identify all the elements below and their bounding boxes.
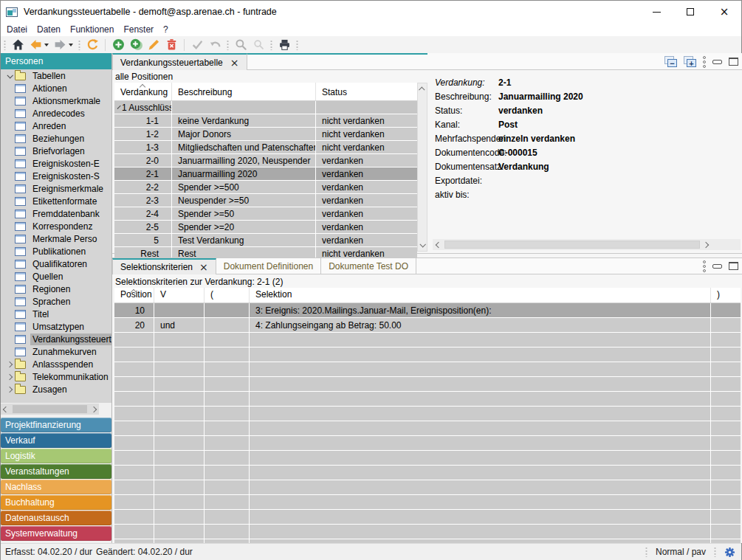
empty-row[interactable] [114,348,741,362]
empty-row[interactable] [114,362,741,376]
tree-item[interactable]: Verdankungssteuertabelle [1,333,111,345]
tree-item[interactable]: Telekommunikation [1,370,111,383]
tree-item[interactable]: Sprachen [1,295,111,308]
tree-item[interactable]: Anredecodes [1,107,111,120]
forward-dropdown-caret[interactable] [69,44,73,46]
module-button[interactable]: Buchhaltung [1,495,111,510]
criteria-row[interactable]: 20 und 4: Zahlungseingang ab Betrag: 50.… [114,318,741,332]
empty-row[interactable] [114,333,741,347]
module-button[interactable]: Projektfinanzierung [1,418,111,432]
scroll-right-icon[interactable] [703,241,709,247]
settings-gear-icon[interactable] [724,547,735,558]
column-header-selektion[interactable]: Selektion [250,288,711,303]
tab-close-icon[interactable]: × [230,58,239,68]
module-button[interactable]: Veranstaltungen [1,464,111,479]
delete-button[interactable] [164,38,179,52]
search-secondary-button[interactable] [251,38,266,52]
menu-item[interactable]: Datei [7,24,27,35]
tab[interactable]: Dokument Definitionen × [216,258,321,274]
table-row[interactable]: 5 Test Verdankung verdanken [114,234,417,246]
panel-maximize-button[interactable] [729,58,738,66]
back-button[interactable] [28,38,43,52]
panel-maximize-button[interactable] [729,262,738,270]
undo-button[interactable] [207,38,222,52]
home-button[interactable] [10,38,25,52]
empty-row[interactable] [114,421,741,435]
tree-item[interactable]: Merkmale Perso [1,232,111,245]
table-row[interactable]: 2-5 Spender >=20 verdanken [114,221,417,233]
tree-item[interactable]: Umsatztypen [1,320,111,333]
tree-item[interactable]: Beziehungen [1,132,111,145]
table-row[interactable]: 2-2 Spender >=500 verdanken [114,181,417,193]
menu-item[interactable]: Fenster [123,24,154,35]
search-button[interactable] [233,38,248,52]
column-header-close-paren[interactable]: ) [711,288,741,303]
empty-row[interactable] [114,451,741,465]
menu-item[interactable]: ? [163,24,168,35]
module-button[interactable]: Nachlass [1,480,111,494]
scroll-down-icon[interactable] [419,241,425,247]
column-header-beschreibung[interactable]: Beschreibung [172,83,316,100]
tree-item[interactable]: Titel [1,308,111,320]
module-button[interactable]: Logistik [1,449,111,463]
scrollbar-thumb[interactable] [13,405,87,413]
empty-row[interactable] [114,480,741,494]
tree-item[interactable]: Etikettenformate [1,195,111,207]
tree-horizontal-scrollbar[interactable] [1,404,99,415]
empty-row[interactable] [114,525,741,539]
minimize-button[interactable] [639,1,673,23]
tree-item[interactable]: Ereigniskosten-S [1,170,111,182]
scroll-left-icon[interactable] [436,241,442,247]
tree-item[interactable]: Ereignismerkmale [1,182,111,195]
refresh-button[interactable] [85,38,100,52]
panel-minimize-button[interactable] [712,264,722,269]
edit-button[interactable] [146,38,161,52]
empty-row[interactable] [114,377,741,391]
menu-item[interactable]: Daten [37,24,61,35]
module-button[interactable]: Datenaustausch [1,511,111,525]
close-button[interactable]: × [707,1,741,23]
tree-item[interactable]: Aktionen [1,82,111,94]
scroll-up-icon[interactable] [419,86,425,92]
scroll-right-icon[interactable] [91,406,97,412]
tree-item[interactable]: Anreden [1,120,111,132]
tree-item[interactable]: Publikationen [1,245,111,257]
tree-item[interactable]: Quellen [1,270,111,283]
scrollbar-thumb[interactable] [444,241,700,249]
tree-item[interactable]: Briefvorlagen [1,145,111,157]
empty-row[interactable] [114,392,741,406]
table-row[interactable]: 1-1 keine Verdankung nicht verdanken [114,114,417,127]
empty-row[interactable] [114,436,741,450]
table-row[interactable]: 2-3 Neuspender >=50 verdanken [114,194,417,207]
module-button[interactable]: Verkauf [1,433,111,448]
tree-item[interactable]: Regionen [1,283,111,295]
empty-row[interactable] [114,466,741,480]
scroll-left-icon[interactable] [3,406,9,412]
forward-button[interactable] [52,38,67,52]
table-group-row[interactable]: 1 Ausschlüsse [114,101,417,114]
tree-item[interactable]: Zusagen [1,383,111,395]
table-row[interactable]: 2-1 Januarmailling 2020 verdanken [114,167,417,180]
tab[interactable]: Selektionskriterien × [112,258,216,274]
expand-all-button[interactable]: + [684,56,696,67]
column-header-verdankung[interactable]: Verdankung [114,83,172,100]
tree-item[interactable]: Zunahmekurven [1,345,111,358]
add-linked-button[interactable] [128,38,143,52]
table-row[interactable]: 1-3 Mitgliedschaften und Patenschaften n… [114,141,417,153]
panel-menu-button[interactable] [703,260,706,272]
criteria-row[interactable]: 10 3: Ereignis: 2020.Mailings.Januar-Mai… [114,303,741,317]
column-header-position[interactable]: Position [114,288,154,303]
add-button[interactable] [111,38,126,52]
column-header-status[interactable]: Status [316,83,417,100]
detail-horizontal-scrollbar[interactable] [433,239,741,250]
position-filter[interactable]: alle Positionen [115,72,173,82]
tree-item[interactable]: Anlassspenden [1,358,111,370]
table-row[interactable]: 1-2 Major Donors nicht verdanken [114,128,417,140]
maximize-button[interactable] [673,1,707,23]
empty-row[interactable] [114,510,741,524]
column-header-v[interactable]: V [154,288,205,303]
menu-item[interactable]: Funktionen [70,24,114,35]
tree-root-tabellen[interactable]: Tabellen [1,69,111,82]
column-header-open-paren[interactable]: ( [205,288,250,303]
panel-minimize-button[interactable] [712,60,722,64]
